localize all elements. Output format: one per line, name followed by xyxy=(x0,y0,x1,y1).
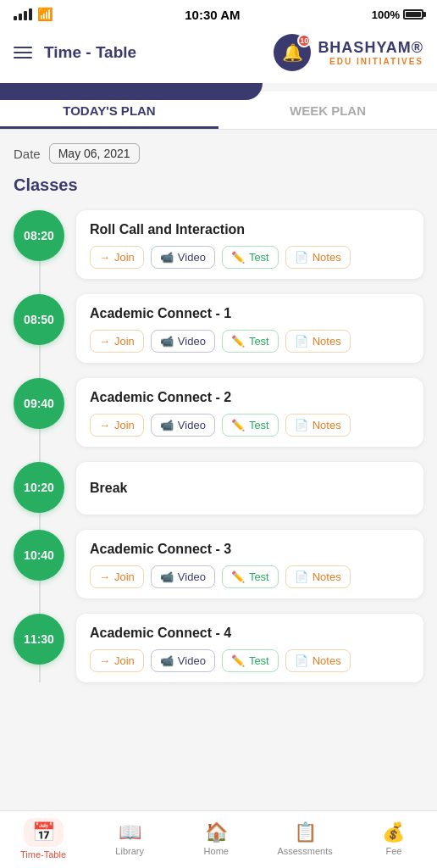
status-time: 10:30 AM xyxy=(185,8,240,22)
header-right: 🔔 10 BHASHYAM® EDU INITIATIVES xyxy=(274,34,423,71)
notes-icon: 📄 xyxy=(295,419,308,431)
time-circle-5: 11:30 xyxy=(14,614,64,665)
notes-icon: 📄 xyxy=(295,251,308,264)
action-row-1: → Join 📹 Video ✏️ Test 📄 Notes xyxy=(90,330,410,353)
time-circle-0: 08:20 xyxy=(14,210,64,261)
arrow-icon: → xyxy=(99,335,110,348)
video-button-2[interactable]: 📹 Video xyxy=(151,414,215,437)
test-label: Test xyxy=(249,251,269,264)
video-label: Video xyxy=(178,251,206,264)
nav-label-home: Home xyxy=(204,846,229,856)
timeline: 08:20 Roll Call and Interaction → Join 📹… xyxy=(14,210,423,682)
home-icon: 🏠 xyxy=(205,821,228,843)
nav-timetable[interactable]: 📅 Time-Table xyxy=(18,818,69,860)
test-button-1[interactable]: ✏️ Test xyxy=(222,330,279,353)
class-name-5: Academic Connect - 4 xyxy=(90,626,410,641)
video-icon: 📹 xyxy=(160,654,174,667)
join-label: Join xyxy=(114,251,135,264)
test-button-2[interactable]: ✏️ Test xyxy=(222,414,279,437)
test-icon: ✏️ xyxy=(231,251,245,264)
arrow-icon: → xyxy=(99,570,110,583)
assessments-icon: 📋 xyxy=(294,821,317,843)
break-name: Break xyxy=(90,481,410,496)
class-name-2: Academic Connect - 2 xyxy=(90,390,410,405)
notification-button[interactable]: 🔔 10 xyxy=(274,34,311,71)
battery-icon xyxy=(403,9,423,19)
header-left: Time - Table xyxy=(14,43,136,62)
notes-button-1[interactable]: 📄 Notes xyxy=(285,330,351,353)
timetable-icon: 📅 xyxy=(32,821,55,843)
notes-button-5[interactable]: 📄 Notes xyxy=(285,649,351,672)
brand-name-text: BHASHYAM® xyxy=(318,39,423,57)
test-icon: ✏️ xyxy=(231,419,245,431)
header: Time - Table 🔔 10 BHASHYAM® EDU INITIATI… xyxy=(0,25,437,83)
join-button-4[interactable]: → Join xyxy=(90,565,144,588)
notes-icon: 📄 xyxy=(295,570,308,583)
action-row-0: → Join 📹 Video ✏️ Test 📄 Notes xyxy=(90,246,410,269)
time-circle-2: 09:40 xyxy=(14,378,64,429)
time-circle-3: 10:20 xyxy=(14,462,64,513)
signal-icon xyxy=(14,8,32,20)
nav-assessments[interactable]: 📋 Assessments xyxy=(277,821,332,856)
test-icon: ✏️ xyxy=(231,335,245,348)
timeline-item: 08:50 Academic Connect - 1 → Join 📹 Vide… xyxy=(14,294,423,363)
wifi-icon: 📶 xyxy=(37,7,53,22)
test-icon: ✏️ xyxy=(231,654,245,667)
brand-name: BHASHYAM® EDU INITIATIVES xyxy=(318,39,423,66)
action-row-2: → Join 📹 Video ✏️ Test 📄 Notes xyxy=(90,414,410,437)
join-button-0[interactable]: → Join xyxy=(90,246,144,269)
date-label: Date xyxy=(14,147,41,161)
action-row-4: → Join 📹 Video ✏️ Test 📄 Notes xyxy=(90,565,410,588)
date-row: Date May 06, 2021 xyxy=(14,143,423,164)
nav-label-timetable: Time-Table xyxy=(20,849,66,860)
join-button-2[interactable]: → Join xyxy=(90,414,144,437)
notes-button-4[interactable]: 📄 Notes xyxy=(285,565,351,588)
video-icon: 📹 xyxy=(160,251,174,264)
video-icon: 📹 xyxy=(160,419,174,431)
status-left: 📶 xyxy=(14,7,53,22)
class-card-0: Roll Call and Interaction → Join 📹 Video… xyxy=(76,210,423,279)
notes-button-0[interactable]: 📄 Notes xyxy=(285,246,351,269)
library-icon: 📖 xyxy=(119,821,141,843)
notes-button-2[interactable]: 📄 Notes xyxy=(285,414,351,437)
status-bar: 📶 10:30 AM 100% xyxy=(0,0,437,25)
timeline-item: 10:40 Academic Connect - 3 → Join 📹 Vide… xyxy=(14,530,423,598)
test-button-5[interactable]: ✏️ Test xyxy=(222,649,279,672)
fee-icon: 💰 xyxy=(382,821,405,843)
video-button-1[interactable]: 📹 Video xyxy=(151,330,215,353)
brand-subtitle: EDU INITIATIVES xyxy=(318,57,423,66)
timeline-item: 10:20 Break xyxy=(14,462,423,515)
test-icon: ✏️ xyxy=(231,570,245,583)
test-button-4[interactable]: ✏️ Test xyxy=(222,565,279,588)
action-row-5: → Join 📹 Video ✏️ Test 📄 Notes xyxy=(90,649,410,672)
test-button-0[interactable]: ✏️ Test xyxy=(222,246,279,269)
class-card-1: Academic Connect - 1 → Join 📹 Video ✏️ T… xyxy=(76,294,423,363)
video-button-4[interactable]: 📹 Video xyxy=(151,565,215,588)
nav-library[interactable]: 📖 Library xyxy=(104,821,155,856)
nav-label-fee: Fee xyxy=(385,846,401,856)
notes-icon: 📄 xyxy=(295,335,308,348)
class-card-5: Academic Connect - 4 → Join 📹 Video ✏️ T… xyxy=(76,614,423,682)
video-button-0[interactable]: 📹 Video xyxy=(151,246,215,269)
notification-badge: 10 xyxy=(297,34,311,47)
battery-percent: 100% xyxy=(372,8,400,21)
join-button-1[interactable]: → Join xyxy=(90,330,144,353)
brand-logo: 🔔 10 BHASHYAM® EDU INITIATIVES xyxy=(274,34,423,71)
video-icon: 📹 xyxy=(160,335,174,348)
time-circle-1: 08:50 xyxy=(14,294,64,345)
join-button-5[interactable]: → Join xyxy=(90,649,144,672)
timeline-item: 08:20 Roll Call and Interaction → Join 📹… xyxy=(14,210,423,279)
nav-home[interactable]: 🏠 Home xyxy=(191,821,241,856)
class-name-0: Roll Call and Interaction xyxy=(90,222,410,237)
class-name-4: Academic Connect - 3 xyxy=(90,542,410,557)
battery-area: 100% xyxy=(372,8,423,21)
class-card-2: Academic Connect - 2 → Join 📹 Video ✏️ T… xyxy=(76,378,423,447)
arrow-icon: → xyxy=(99,419,110,431)
video-button-5[interactable]: 📹 Video xyxy=(151,649,215,672)
timeline-item: 11:30 Academic Connect - 4 → Join 📹 Vide… xyxy=(14,614,423,682)
nav-fee[interactable]: 💰 Fee xyxy=(368,821,419,856)
time-circle-4: 10:40 xyxy=(14,530,64,581)
arrow-icon: → xyxy=(99,251,110,264)
bottom-nav: 📅 Time-Table 📖 Library 🏠 Home 📋 Assessme… xyxy=(0,810,437,868)
menu-button[interactable] xyxy=(14,47,32,58)
